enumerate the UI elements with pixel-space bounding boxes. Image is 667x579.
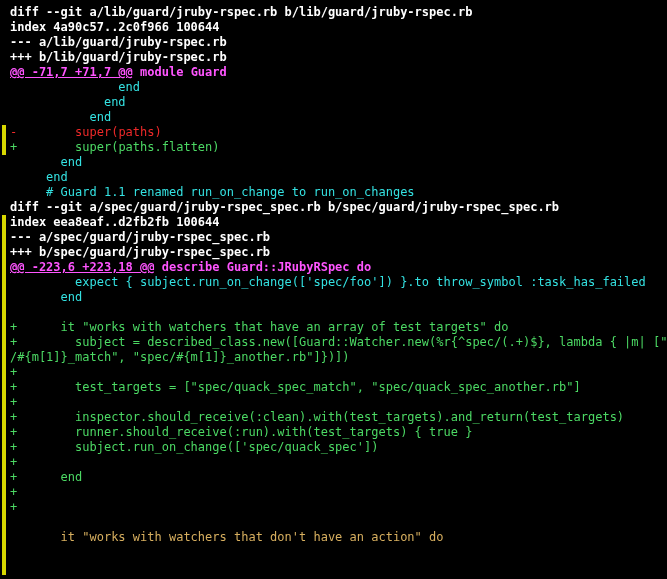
code-segment: + test_targets = ["spec/quack_spec_match… <box>10 380 581 394</box>
code-segment: diff --git a/spec/guard/jruby-rspec_spec… <box>10 200 559 214</box>
code-segment: end <box>10 80 140 94</box>
code-line: + it "works with watchers that have an a… <box>10 320 667 335</box>
code-line: end <box>10 110 667 125</box>
code-line: + subject.run_on_change(['spec/quack_spe… <box>10 440 667 455</box>
code-segment: end <box>10 110 111 124</box>
code-segment: +++ b/lib/guard/jruby-rspec.rb <box>10 50 227 64</box>
code-line: - super(paths) <box>10 125 667 140</box>
code-segment: --- a/lib/guard/jruby-rspec.rb <box>10 35 227 49</box>
code-line: + runner.should_receive(:run).with(test_… <box>10 425 667 440</box>
code-segment: diff --git a/lib/guard/jruby-rspec.rb b/… <box>10 5 472 19</box>
code-line: + inspector.should_receive(:clean).with(… <box>10 410 667 425</box>
code-line: + <box>10 395 667 410</box>
code-segment: @@ -71,7 +71,7 @@ <box>10 65 133 79</box>
code-line <box>10 515 667 530</box>
code-segment: @@ -223,6 +223,18 @@ <box>10 260 155 274</box>
change-gutter <box>0 0 8 579</box>
code-segment: --- a/spec/guard/jruby-rspec_spec.rb <box>10 230 270 244</box>
code-line: + <box>10 500 667 515</box>
code-segment: end <box>10 95 126 109</box>
code-line: @@ -71,7 +71,7 @@ module Guard <box>10 65 667 80</box>
code-area[interactable]: diff --git a/lib/guard/jruby-rspec.rb b/… <box>10 5 667 545</box>
code-segment: it "works with watchers that don't have … <box>10 530 443 544</box>
code-segment <box>10 515 61 529</box>
code-line: it "works with watchers that don't have … <box>10 530 667 545</box>
code-line: + <box>10 365 667 380</box>
code-line: + <box>10 455 667 470</box>
code-segment: index eea8eaf..d2fb2fb 100644 <box>10 215 220 229</box>
code-line: + <box>10 485 667 500</box>
code-line: diff --git a/spec/guard/jruby-rspec_spec… <box>10 200 667 215</box>
code-segment: +++ b/spec/guard/jruby-rspec_spec.rb <box>10 245 270 259</box>
code-line: diff --git a/lib/guard/jruby-rspec.rb b/… <box>10 5 667 20</box>
code-segment: end <box>10 170 68 184</box>
code-line: + test_targets = ["spec/quack_spec_match… <box>10 380 667 395</box>
code-segment: + it "works with watchers that have an a… <box>10 320 509 334</box>
code-line: end <box>10 170 667 185</box>
code-line: --- a/lib/guard/jruby-rspec.rb <box>10 35 667 50</box>
code-segment: + <box>10 395 17 409</box>
code-line: end <box>10 155 667 170</box>
code-segment: + subject = described_class.new([Guard::… <box>10 335 667 349</box>
code-line: end <box>10 95 667 110</box>
code-segment: describe Guard::JRubyRSpec do <box>155 260 372 274</box>
code-segment: + <box>10 500 17 514</box>
code-segment: + <box>10 365 17 379</box>
code-line: index eea8eaf..d2fb2fb 100644 <box>10 215 667 230</box>
code-segment: + inspector.should_receive(:clean).with(… <box>10 410 624 424</box>
code-segment: + subject.run_on_change(['spec/quack_spe… <box>10 440 378 454</box>
code-segment: index 4a90c57..2c0f966 100644 <box>10 20 220 34</box>
code-segment: + <box>10 455 17 469</box>
code-line: +++ b/spec/guard/jruby-rspec_spec.rb <box>10 245 667 260</box>
code-line: + subject = described_class.new([Guard::… <box>10 335 667 350</box>
code-segment: end <box>10 290 82 304</box>
code-line <box>10 305 667 320</box>
gutter-change-mark <box>2 215 6 575</box>
gutter-change-mark <box>2 125 6 155</box>
code-segment: + runner.should_receive(:run).with(test_… <box>10 425 472 439</box>
code-segment: # Guard 1.1 renamed run_on_change to run… <box>10 185 415 199</box>
code-line: /#{m[1]}_match", "spec/#{m[1]}_another.r… <box>10 350 667 365</box>
code-line: --- a/spec/guard/jruby-rspec_spec.rb <box>10 230 667 245</box>
code-segment: super(paths) <box>17 125 162 139</box>
code-line: @@ -223,6 +223,18 @@ describe Guard::JRu… <box>10 260 667 275</box>
code-line: # Guard 1.1 renamed run_on_change to run… <box>10 185 667 200</box>
code-segment: /#{m[1]}_match", "spec/#{m[1]}_another.r… <box>10 350 350 364</box>
code-segment: end <box>10 155 82 169</box>
code-segment: module Guard <box>133 65 227 79</box>
code-segment: + end <box>10 470 82 484</box>
code-segment: expect { subject.run_on_change(['spec/fo… <box>10 275 646 289</box>
diff-editor: diff --git a/lib/guard/jruby-rspec.rb b/… <box>0 0 667 579</box>
code-line: end <box>10 80 667 95</box>
code-segment: + <box>10 485 17 499</box>
code-line: + super(paths.flatten) <box>10 140 667 155</box>
code-line: expect { subject.run_on_change(['spec/fo… <box>10 275 667 290</box>
code-line: index 4a90c57..2c0f966 100644 <box>10 20 667 35</box>
code-line: +++ b/lib/guard/jruby-rspec.rb <box>10 50 667 65</box>
code-line: + end <box>10 470 667 485</box>
code-line: end <box>10 290 667 305</box>
code-segment: super(paths.flatten) <box>17 140 219 154</box>
